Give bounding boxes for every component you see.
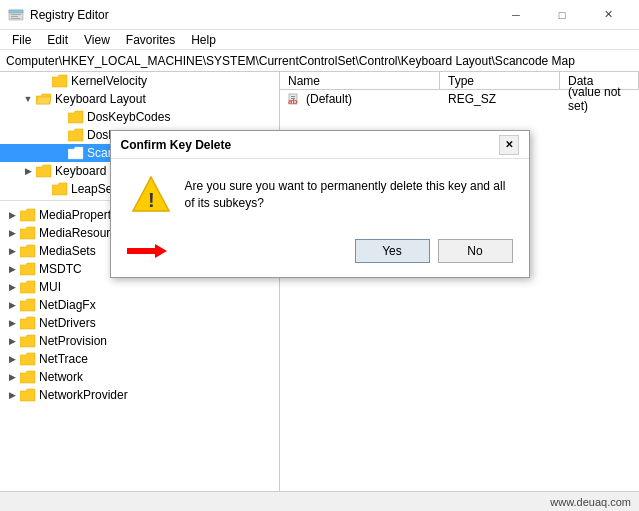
tree-label: MSDTC bbox=[39, 262, 82, 276]
dialog-title-bar: Confirm Key Delete ✕ bbox=[111, 131, 529, 159]
folder-icon bbox=[20, 370, 36, 384]
tree-label: NetDrivers bbox=[39, 316, 96, 330]
svg-rect-3 bbox=[11, 16, 18, 17]
folder-icon bbox=[20, 316, 36, 330]
title-bar: Registry Editor ─ □ ✕ bbox=[0, 0, 639, 30]
folder-icon bbox=[52, 74, 68, 88]
registry-row[interactable]: ab (Default) REG_SZ (value not set) bbox=[280, 90, 639, 108]
expand-icon bbox=[52, 145, 68, 161]
minimize-button[interactable]: ─ bbox=[493, 0, 539, 30]
dialog-message: Are you sure you want to permanently del… bbox=[185, 178, 509, 212]
tree-label: MUI bbox=[39, 280, 61, 294]
expand-icon bbox=[36, 73, 52, 89]
svg-rect-2 bbox=[11, 14, 21, 15]
col-header-type: Type bbox=[440, 72, 560, 89]
svg-rect-4 bbox=[11, 18, 20, 19]
tree-label: KernelVelocity bbox=[71, 74, 147, 88]
svg-text:!: ! bbox=[148, 189, 155, 211]
folder-icon bbox=[20, 388, 36, 402]
confirm-delete-dialog: Confirm Key Delete ✕ ! Are you sure you … bbox=[110, 130, 530, 278]
expand-icon bbox=[36, 181, 52, 197]
svg-marker-12 bbox=[127, 244, 167, 258]
menu-edit[interactable]: Edit bbox=[39, 31, 76, 49]
tree-label: NetworkProvider bbox=[39, 388, 128, 402]
folder-icon bbox=[20, 226, 36, 240]
expand-icon[interactable]: ▼ bbox=[20, 91, 36, 107]
expand-icon[interactable]: ▶ bbox=[4, 243, 20, 259]
close-button[interactable]: ✕ bbox=[585, 0, 631, 30]
col-header-name: Name bbox=[280, 72, 440, 89]
tree-label: MediaSets bbox=[39, 244, 96, 258]
tree-item-keyboard-layout[interactable]: ▼ Keyboard Layout bbox=[0, 90, 279, 108]
window-title: Registry Editor bbox=[30, 8, 109, 22]
tree-label: NetTrace bbox=[39, 352, 88, 366]
tree-item-kernelvelocity[interactable]: KernelVelocity bbox=[0, 72, 279, 90]
tree-label: NetDiagFx bbox=[39, 298, 96, 312]
menu-view[interactable]: View bbox=[76, 31, 118, 49]
expand-icon[interactable]: ▶ bbox=[4, 351, 20, 367]
folder-icon bbox=[20, 280, 36, 294]
folder-icon bbox=[20, 298, 36, 312]
no-button[interactable]: No bbox=[438, 239, 513, 263]
folder-icon-selected bbox=[68, 146, 84, 160]
folder-icon bbox=[68, 110, 84, 124]
dialog-title: Confirm Key Delete bbox=[121, 138, 232, 152]
yes-button[interactable]: Yes bbox=[355, 239, 430, 263]
default-value-icon: ab bbox=[288, 92, 302, 106]
folder-icon bbox=[52, 182, 68, 196]
warning-icon: ! bbox=[131, 175, 171, 215]
cell-name: ab (Default) bbox=[284, 92, 444, 106]
tree-item-netprovision[interactable]: ▶ NetProvision bbox=[0, 332, 279, 350]
svg-text:ab: ab bbox=[288, 97, 297, 106]
folder-icon bbox=[20, 262, 36, 276]
registry-icon bbox=[8, 7, 24, 23]
expand-icon[interactable]: ▶ bbox=[4, 279, 20, 295]
folder-icon bbox=[20, 244, 36, 258]
arrow-svg bbox=[127, 241, 167, 261]
expand-icon[interactable]: ▶ bbox=[4, 207, 20, 223]
dialog-body: ! Are you sure you want to permanently d… bbox=[111, 159, 529, 231]
address-path: Computer\HKEY_LOCAL_MACHINE\SYSTEM\Curre… bbox=[6, 54, 575, 68]
maximize-button[interactable]: □ bbox=[539, 0, 585, 30]
expand-icon[interactable]: ▶ bbox=[4, 297, 20, 313]
tree-item-netdiagfx[interactable]: ▶ NetDiagFx bbox=[0, 296, 279, 314]
dialog-close-button[interactable]: ✕ bbox=[499, 135, 519, 155]
folder-icon bbox=[20, 208, 36, 222]
expand-icon[interactable]: ▶ bbox=[20, 163, 36, 179]
tree-item-netdrivers[interactable]: ▶ NetDrivers bbox=[0, 314, 279, 332]
expand-icon[interactable]: ▶ bbox=[4, 225, 20, 241]
folder-icon bbox=[68, 128, 84, 142]
expand-icon[interactable]: ▶ bbox=[4, 261, 20, 277]
menu-file[interactable]: File bbox=[4, 31, 39, 49]
address-bar: Computer\HKEY_LOCAL_MACHINE\SYSTEM\Curre… bbox=[0, 50, 639, 72]
tree-item-network[interactable]: ▶ Network bbox=[0, 368, 279, 386]
expand-icon bbox=[52, 109, 68, 125]
tree-item-doskeybcodes[interactable]: DosKeybCodes bbox=[0, 108, 279, 126]
status-bar: www.deuaq.com bbox=[0, 491, 639, 511]
expand-icon[interactable]: ▶ bbox=[4, 333, 20, 349]
folder-icon bbox=[20, 334, 36, 348]
tree-label: Keyboard Layout bbox=[55, 92, 146, 106]
tree-item-nettrace[interactable]: ▶ NetTrace bbox=[0, 350, 279, 368]
menu-favorites[interactable]: Favorites bbox=[118, 31, 183, 49]
folder-icon bbox=[20, 352, 36, 366]
menu-help[interactable]: Help bbox=[183, 31, 224, 49]
expand-icon[interactable]: ▶ bbox=[4, 315, 20, 331]
tree-item-mui[interactable]: ▶ MUI bbox=[0, 278, 279, 296]
folder-icon bbox=[36, 164, 52, 178]
arrow-indicator bbox=[127, 241, 167, 261]
folder-open-icon bbox=[36, 92, 52, 106]
expand-icon[interactable]: ▶ bbox=[4, 369, 20, 385]
tree-label: DosKeybCodes bbox=[87, 110, 170, 124]
cell-data: (value not set) bbox=[564, 85, 635, 113]
cell-type: REG_SZ bbox=[444, 92, 564, 106]
expand-icon bbox=[52, 127, 68, 143]
expand-icon[interactable]: ▶ bbox=[4, 387, 20, 403]
title-controls: ─ □ ✕ bbox=[493, 0, 631, 30]
status-text: www.deuaq.com bbox=[550, 496, 631, 508]
tree-item-networkprovider[interactable]: ▶ NetworkProvider bbox=[0, 386, 279, 404]
tree-label: NetProvision bbox=[39, 334, 107, 348]
svg-rect-1 bbox=[9, 10, 23, 13]
dialog-footer: Yes No bbox=[111, 231, 529, 277]
menu-bar: File Edit View Favorites Help bbox=[0, 30, 639, 50]
